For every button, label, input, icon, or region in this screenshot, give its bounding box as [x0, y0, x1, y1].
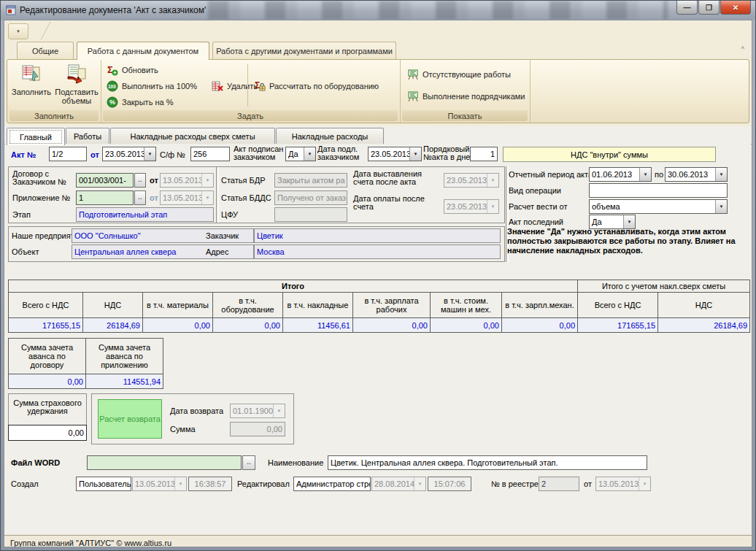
payment-after-date-value: 23.05.2013: [444, 200, 487, 213]
ribbon-separator: [247, 64, 248, 107]
advance-cell: 114551,94: [86, 374, 163, 389]
customer-field: Цветик: [254, 228, 501, 243]
total-cell: 0,00: [353, 318, 431, 333]
report-period-label: Отчетный период акта: [509, 170, 593, 179]
registry-date-combo: 13.05.2013▼: [595, 477, 651, 491]
tab-raboty[interactable]: Работы: [66, 128, 109, 144]
annex-browse-button[interactable]: ..: [134, 190, 146, 205]
sigma-refresh-icon: Σ: [107, 64, 118, 76]
ribbon-group-set: Σ Обновить 100 Выполнить на 100%: [101, 60, 401, 123]
retention-label: Сумма страхового удержания: [12, 399, 83, 415]
chevron-down-icon: ▼: [639, 168, 651, 181]
period-from-combo[interactable]: 01.06.2013▼: [589, 167, 652, 182]
tab-glavny[interactable]: Главный: [7, 128, 65, 145]
col-header: в т.ч. накладные: [283, 293, 353, 318]
col-header: в т.ч. материалы: [143, 293, 213, 318]
return-date-label: Дата возврата: [170, 406, 223, 415]
chevron-down-icon: ▼: [201, 191, 213, 204]
fill-button-label: Заполнить: [12, 88, 51, 96]
maximize-button[interactable]: ❐: [698, 1, 720, 15]
word-file-browse-button[interactable]: ..: [242, 455, 255, 470]
col-header: НДС: [658, 293, 750, 318]
fill-button[interactable]: Заполнить: [9, 62, 54, 109]
address-label: Адрес: [206, 247, 229, 256]
ribbon-tab-obshchie[interactable]: Общие: [17, 42, 74, 59]
complete-100-button[interactable]: 100 Выполнить на 100%: [107, 79, 197, 93]
col-header: в т.ч. оборудование: [213, 293, 283, 318]
return-calc-button[interactable]: Расчет возврата: [98, 399, 162, 439]
act-date-from-label: от: [90, 150, 99, 159]
close-percent-button[interactable]: % Закрыть на %: [107, 95, 173, 109]
chevron-down-icon: ▼: [16, 29, 20, 34]
totals-overhead-group-header: Итого с учетом накл.сверх сметы: [578, 280, 750, 293]
ribbon-collapse-icon[interactable]: ^: [741, 45, 744, 53]
refresh-button[interactable]: Σ Обновить: [107, 63, 158, 77]
period-to-combo[interactable]: 30.06.2013▼: [665, 167, 728, 182]
invoice-after-label: Дата выставления счета после акта: [353, 170, 444, 186]
stage-label: Этап: [12, 210, 31, 219]
annex-from-label: от: [150, 193, 158, 202]
totals-group-header: Итого: [9, 280, 578, 293]
tab-overheads-above-estimate[interactable]: Накладные расходы сверх сметы: [110, 128, 275, 144]
missing-works-label: Отсутствующие работы: [423, 70, 511, 79]
payment-after-date-combo: 23.05.2013▼: [444, 199, 499, 214]
act-date-combo[interactable]: 23.05.2013▼: [102, 147, 156, 161]
chevron-down-icon: ▼: [409, 147, 421, 161]
customer-label: Заказчик: [206, 231, 239, 240]
close-button[interactable]: ✕: [720, 1, 751, 15]
subcontractor-execution-label: Выполнение подрядчиками: [423, 92, 525, 101]
object-label: Объект: [12, 247, 39, 256]
invoice-no-input[interactable]: [190, 147, 230, 161]
ribbon-panel: Заполнить Подставить объемы Заполнить: [7, 59, 749, 123]
annex-no-input[interactable]: [76, 190, 134, 205]
contract-no-label: Договор с Заказчиком №: [12, 170, 77, 186]
hundred-percent-icon: 100: [107, 80, 118, 92]
chevron-down-icon: ▼: [414, 477, 425, 490]
total-cell: 0,00: [431, 318, 502, 333]
ordinal-input[interactable]: [470, 147, 498, 161]
chevron-down-icon: ▼: [174, 477, 186, 490]
contract-date-value: 13.05.2013: [161, 174, 201, 187]
substitute-volumes-button[interactable]: Подставить объемы: [54, 62, 99, 109]
total-cell: 171655,15: [578, 318, 658, 333]
ribbon-group-caption: Заполнить: [9, 110, 99, 121]
calc-from-label: Расчет вести от: [509, 202, 568, 211]
signed-date-combo[interactable]: 23.05.2013▼: [368, 147, 422, 161]
signed-date-label: Дата подл. заказчиком: [317, 145, 369, 161]
missing-works-button[interactable]: Отсутствующие работы: [407, 67, 511, 82]
word-file-field[interactable]: [87, 455, 242, 470]
ribbon-tab-other-documents[interactable]: Работа с другими документами и программа…: [212, 42, 396, 59]
operation-type-label: Вид операции: [509, 186, 561, 195]
main-form: Акт № от 23.05.2013▼ С/ф № Акт подписан …: [5, 144, 751, 534]
easel-icon: [407, 69, 419, 80]
window-title: Редактирование документа 'Акт с заказчик…: [20, 5, 206, 15]
bdds-label: Статья БДДС: [221, 193, 271, 202]
complete-100-label: Выполнить на 100%: [122, 82, 197, 90]
tab-overheads[interactable]: Накладные расходы: [276, 128, 384, 144]
contract-browse-button[interactable]: ..: [134, 173, 146, 188]
ribbon-group-show: Отсутствующие работы Выполнение подрядчи…: [400, 60, 531, 123]
col-header: в т.ч. зарплата рабочих: [353, 293, 431, 318]
contract-divider: [216, 167, 219, 223]
operation-type-input[interactable]: [589, 183, 728, 198]
total-cell: 11456,61: [283, 318, 353, 333]
contract-no-input[interactable]: [76, 173, 134, 188]
calc-by-equipment-button[interactable]: Σ Рассчитать по оборудованию: [254, 79, 379, 93]
ribbon-tab-current-document[interactable]: Работа с данным документом: [77, 42, 209, 60]
act-no-input[interactable]: [49, 147, 87, 161]
retention-value-field[interactable]: 0,00: [8, 425, 87, 441]
client-area: ▼ Общие Работа с данным документом Работ…: [4, 20, 752, 547]
edited-time-field: 15:07:06: [428, 477, 471, 491]
invoice-no-label: С/ф №: [160, 150, 185, 159]
edited-date-value: 28.08.2014: [372, 477, 414, 490]
chevron-down-icon: ▼: [273, 404, 285, 417]
calc-from-combo[interactable]: объема▼: [589, 199, 728, 214]
total-cell: 171655,15: [9, 318, 83, 333]
doc-name-label: Наименование: [268, 458, 323, 467]
act-signed-combo[interactable]: Да▼: [285, 147, 316, 161]
subcontractor-execution-button[interactable]: Выполнение подрядчиками: [407, 89, 525, 104]
delete-zero-icon: [212, 80, 223, 92]
minimize-button[interactable]: —: [676, 1, 698, 15]
doc-name-input[interactable]: [328, 455, 647, 470]
registry-no-field: 2: [539, 477, 579, 491]
